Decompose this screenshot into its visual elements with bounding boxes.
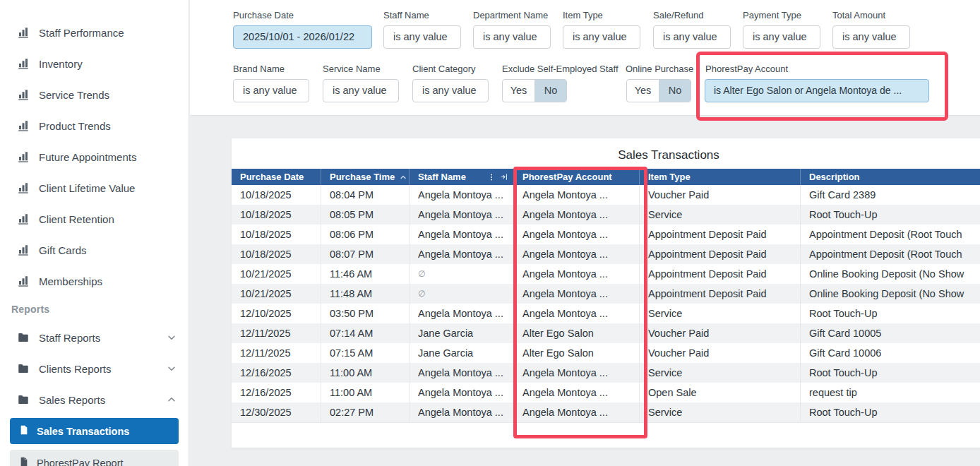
sidebar-item-client-lifetime-value[interactable]: Client Lifetime Value — [0, 172, 189, 203]
sidebar-folder-staff-reports[interactable]: Staff Reports — [0, 322, 189, 353]
table-cell-item-type[interactable]: Voucher Paid — [640, 323, 801, 343]
table-cell-description[interactable]: Online Booking Deposit (No Show — [801, 284, 980, 304]
table-cell-description[interactable]: Gift Card 2389 — [801, 185, 980, 205]
table-cell-purchase-date[interactable]: 10/18/2025 — [232, 205, 321, 225]
table-cell-staff-name[interactable]: Jane Garcia — [410, 323, 514, 343]
column-header-staff-name[interactable]: Staff Name — [410, 169, 514, 185]
filter-payment-type[interactable]: is any value — [743, 25, 820, 49]
toggle-yes-button[interactable]: Yes — [627, 80, 659, 102]
table-cell-purchase-date[interactable]: 10/18/2025 — [232, 185, 321, 205]
table-cell-purchase-time[interactable]: 03:50 PM — [321, 304, 410, 323]
table-cell-description[interactable]: Appointment Deposit (Root Touch — [801, 244, 980, 264]
table-cell-purchase-date[interactable]: 12/11/2025 — [232, 323, 321, 343]
filter-client-category[interactable]: is any value — [412, 79, 489, 102]
table-cell-phorestpay-account[interactable]: Angela Montoya ... — [514, 225, 640, 244]
sidebar-page-sales-transactions[interactable]: Sales Transactions — [10, 418, 179, 444]
column-menu-kebab-icon[interactable] — [487, 172, 496, 182]
table-cell-description[interactable]: request tip — [801, 383, 980, 402]
toggle-yes-button[interactable]: Yes — [503, 80, 534, 102]
chevron-up-icon[interactable] — [166, 394, 177, 405]
sidebar-item-memberships[interactable]: Memberships — [0, 265, 189, 297]
table-cell-staff-name[interactable]: Angela Montoya ... — [410, 304, 514, 323]
filter-item-type[interactable]: is any value — [563, 25, 640, 49]
table-cell-purchase-time[interactable]: 11:46 AM — [321, 264, 410, 284]
table-cell-item-type[interactable]: Voucher Paid — [640, 185, 801, 205]
table-cell-staff-name[interactable]: ∅ — [410, 264, 514, 284]
sidebar-item-service-trends[interactable]: Service Trends — [0, 79, 189, 110]
table-cell-staff-name[interactable]: Angela Montoya ... — [410, 225, 514, 244]
table-cell-purchase-time[interactable]: 11:00 AM — [321, 363, 410, 383]
table-cell-phorestpay-account[interactable]: Angela Montoya ... — [514, 363, 640, 383]
table-cell-phorestpay-account[interactable]: Alter Ego Salon — [514, 343, 640, 363]
table-cell-staff-name[interactable]: Angela Montoya ... — [410, 383, 514, 402]
column-header-description[interactable]: Description — [801, 169, 980, 185]
toggle-no-button[interactable]: No — [659, 80, 691, 102]
column-pin-icon[interactable] — [500, 172, 509, 181]
table-cell-phorestpay-account[interactable]: Angela Montoya ... — [514, 264, 640, 284]
filter-phorestpay-account[interactable]: is Alter Ego Salon or Angela Montoya de … — [705, 79, 929, 102]
column-header-item-type[interactable]: Item Type — [640, 169, 801, 185]
filter-department-name[interactable]: is any value — [473, 25, 551, 49]
chevron-down-icon[interactable] — [166, 332, 177, 343]
table-cell-description[interactable]: Online Booking Deposit (No Show — [801, 264, 980, 284]
table-cell-description[interactable]: Root Touch-Up — [801, 205, 980, 225]
table-cell-description[interactable]: Root Touch-Up — [801, 304, 980, 323]
table-cell-item-type[interactable]: Service — [640, 205, 801, 225]
chevron-down-icon[interactable] — [166, 363, 177, 374]
table-cell-item-type[interactable]: Open Sale — [640, 383, 801, 402]
column-header-phorestpay-account[interactable]: PhorestPay Account — [514, 169, 640, 185]
sidebar-item-future-appointments[interactable]: Future Appointments — [0, 141, 189, 172]
table-cell-description[interactable]: Root Touch-Up — [801, 363, 980, 383]
table-cell-purchase-time[interactable]: 11:00 AM — [321, 383, 410, 402]
table-cell-purchase-date[interactable]: 12/10/2025 — [232, 304, 321, 323]
table-cell-staff-name[interactable]: Angela Montoya ... — [410, 244, 514, 264]
table-cell-item-type[interactable]: Service — [640, 363, 801, 383]
filter-sale-refund[interactable]: is any value — [653, 25, 731, 49]
sidebar-folder-clients-reports[interactable]: Clients Reports — [0, 353, 189, 384]
sidebar-folder-sales-reports[interactable]: Sales Reports — [0, 384, 189, 415]
table-cell-phorestpay-account[interactable]: Angela Montoya ... — [514, 402, 640, 422]
table-cell-purchase-time[interactable]: 08:04 PM — [321, 185, 410, 205]
table-cell-phorestpay-account[interactable]: Angela Montoya ... — [514, 244, 640, 264]
column-header-purchase-time[interactable]: Purchase Time — [321, 169, 410, 185]
table-cell-phorestpay-account[interactable]: Angela Montoya ... — [514, 205, 640, 225]
table-cell-description[interactable]: Appointment Deposit (Root Touch — [801, 225, 980, 244]
table-cell-item-type[interactable]: Appointment Deposit Paid — [640, 264, 801, 284]
sidebar-item-inventory[interactable]: Inventory — [0, 48, 189, 79]
table-cell-staff-name[interactable]: ∅ — [410, 284, 514, 304]
sidebar-item-client-retention[interactable]: Client Retention — [0, 203, 189, 234]
table-cell-phorestpay-account[interactable]: Angela Montoya ... — [514, 185, 640, 205]
table-cell-purchase-time[interactable]: 02:27 PM — [321, 402, 410, 422]
table-cell-purchase-time[interactable]: 08:05 PM — [321, 205, 410, 225]
sidebar-item-staff-performance[interactable]: Staff Performance — [0, 17, 189, 48]
table-cell-purchase-time[interactable]: 07:15 AM — [321, 343, 410, 363]
table-cell-item-type[interactable]: Voucher Paid — [640, 343, 801, 363]
table-cell-phorestpay-account[interactable]: Alter Ego Salon — [514, 323, 640, 343]
table-cell-phorestpay-account[interactable]: Angela Montoya ... — [514, 304, 640, 323]
table-cell-description[interactable]: Gift Card 10006 — [801, 343, 980, 363]
table-cell-staff-name[interactable]: Angela Montoya ... — [410, 185, 514, 205]
table-cell-purchase-time[interactable]: 11:48 AM — [321, 284, 410, 304]
filter-staff-name[interactable]: is any value — [383, 25, 461, 49]
filter-purchase-date[interactable]: 2025/10/01 - 2026/01/22 — [233, 25, 372, 49]
table-cell-description[interactable]: Root Touch-Up — [801, 402, 980, 422]
table-cell-staff-name[interactable]: Angela Montoya ... — [410, 402, 514, 422]
table-cell-description[interactable]: Gift Card 10005 — [801, 323, 980, 343]
table-cell-phorestpay-account[interactable]: Angela Montoya ... — [514, 383, 640, 402]
table-cell-purchase-date[interactable]: 10/21/2025 — [232, 284, 321, 304]
table-cell-purchase-date[interactable]: 10/18/2025 — [232, 225, 321, 244]
table-cell-phorestpay-account[interactable]: Angela Montoya ... — [514, 284, 640, 304]
table-cell-purchase-time[interactable]: 08:07 PM — [321, 244, 410, 264]
table-cell-purchase-date[interactable]: 12/30/2025 — [232, 402, 321, 422]
table-cell-purchase-date[interactable]: 12/16/2025 — [232, 383, 321, 402]
table-cell-staff-name[interactable]: Angela Montoya ... — [410, 363, 514, 383]
table-cell-staff-name[interactable]: Jane Garcia — [410, 343, 514, 363]
table-cell-purchase-date[interactable]: 10/21/2025 — [232, 264, 321, 284]
filter-brand-name[interactable]: is any value — [233, 79, 309, 102]
sidebar-item-gift-cards[interactable]: Gift Cards — [0, 234, 189, 265]
column-header-purchase-date[interactable]: Purchase Date — [232, 169, 321, 185]
toggle-no-button[interactable]: No — [534, 80, 566, 102]
table-cell-purchase-time[interactable]: 07:14 AM — [321, 323, 410, 343]
table-cell-purchase-date[interactable]: 10/18/2025 — [232, 244, 321, 264]
table-cell-staff-name[interactable]: Angela Montoya ... — [410, 205, 514, 225]
